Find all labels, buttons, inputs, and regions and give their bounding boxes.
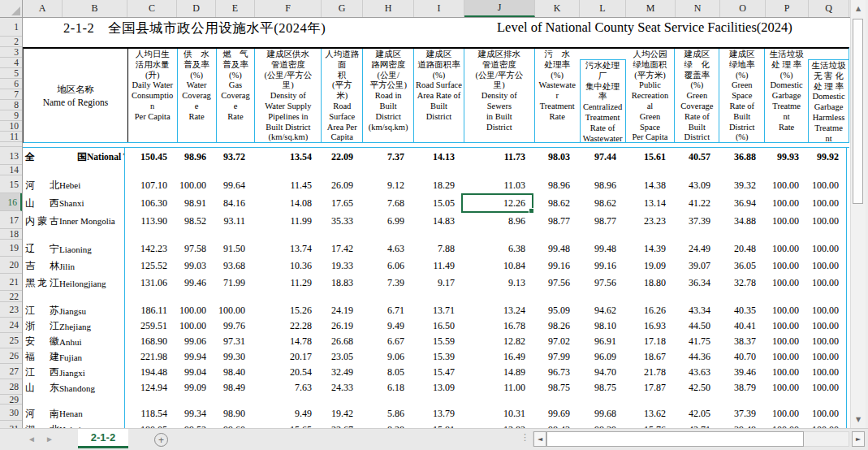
region-name-en[interactable]: Jiangsu xyxy=(59,303,125,318)
scroll-down-icon[interactable]: ▼ xyxy=(853,413,864,426)
cell-M31[interactable]: 15.76 xyxy=(624,422,673,428)
cell-C27[interactable]: 194.48 xyxy=(125,365,175,380)
row-header-5[interactable]: 5 xyxy=(0,68,22,79)
column-title-H[interactable]: 建成区 路网密度 (公里/ 平方公里) Road in Built Distri… xyxy=(363,49,414,142)
cell-L23[interactable]: 94.62 xyxy=(577,303,624,318)
cell-J28[interactable]: 11.00 xyxy=(462,380,533,396)
column-header-Q[interactable]: Q xyxy=(809,0,849,17)
region-name-zh[interactable]: 湖北 xyxy=(23,422,59,428)
row-header-3[interactable]: 3 xyxy=(0,47,22,58)
cell-K24[interactable]: 98.26 xyxy=(533,318,577,334)
cell-P16[interactable]: 100.00 xyxy=(763,194,806,212)
cell-L19[interactable]: 99.48 xyxy=(577,240,624,257)
region-name-en[interactable]: Inner Mongolia xyxy=(59,212,125,230)
cell-H24[interactable]: 9.49 xyxy=(361,318,412,334)
cell-G30[interactable]: 19.42 xyxy=(319,405,361,422)
cell-M30[interactable]: 13.62 xyxy=(624,405,673,422)
column-title-D[interactable]: 供 水 普及率 (%) Water Coverag e Rate xyxy=(178,49,217,142)
fill-handle[interactable] xyxy=(529,208,534,214)
region-name-zh[interactable]: 江西 xyxy=(23,365,59,380)
cell-K16[interactable]: 98.62 xyxy=(533,194,577,212)
cell-N20[interactable]: 39.07 xyxy=(673,257,718,275)
cell-C30[interactable]: 118.54 xyxy=(125,405,175,422)
cell-C16[interactable]: 106.30 xyxy=(125,194,175,212)
region-name-en[interactable]: Hebei xyxy=(59,176,125,194)
cell-M13[interactable]: 15.61 xyxy=(624,148,673,166)
cell-L31[interactable]: 98.39 xyxy=(577,422,624,428)
cell-O27[interactable]: 39.46 xyxy=(718,365,763,380)
cell-P25[interactable]: 100.00 xyxy=(763,334,806,349)
cell-L17[interactable]: 98.77 xyxy=(577,212,624,230)
cell-J23[interactable]: 13.24 xyxy=(462,303,533,318)
cell-F19[interactable]: 13.74 xyxy=(253,240,319,257)
cell-H13[interactable]: 7.37 xyxy=(361,148,412,166)
cell-E20[interactable]: 93.68 xyxy=(214,257,253,275)
cell-H23[interactable]: 6.71 xyxy=(361,303,412,318)
cell-O31[interactable]: 39.48 xyxy=(718,422,763,428)
cell-N26[interactable]: 44.36 xyxy=(673,349,718,365)
cell-F28[interactable]: 7.63 xyxy=(253,380,319,396)
cell-L16[interactable]: 98.62 xyxy=(577,194,624,212)
row-header-26[interactable]: 26 xyxy=(0,348,22,364)
cell-H26[interactable]: 9.06 xyxy=(361,349,412,365)
horizontal-scroll-thumb[interactable] xyxy=(546,431,804,447)
row-header-13[interactable]: 13 xyxy=(0,147,22,165)
cell-F21[interactable]: 11.29 xyxy=(253,275,319,292)
cell-K31[interactable]: 98.43 xyxy=(533,422,577,428)
row-header-20[interactable]: 20 xyxy=(0,257,22,274)
cell-F24[interactable]: 22.28 xyxy=(253,318,319,334)
select-all-corner[interactable] xyxy=(0,0,23,17)
cell-Q15[interactable]: 100.00 xyxy=(806,176,847,194)
column-title-P[interactable]: 生活垃圾 处 理 率 (%) Domestic Garbage Treatme … xyxy=(765,49,808,142)
cell-Q30[interactable]: 100.00 xyxy=(806,405,847,422)
cell-D28[interactable]: 99.09 xyxy=(175,380,214,396)
cell-P24[interactable]: 100.00 xyxy=(763,318,806,334)
row-header-8[interactable]: 8 xyxy=(0,100,22,110)
cell-I26[interactable]: 15.39 xyxy=(412,349,462,365)
cell-O30[interactable]: 37.39 xyxy=(718,405,763,422)
cell-F27[interactable]: 20.54 xyxy=(253,365,319,380)
cell-I19[interactable]: 7.88 xyxy=(412,240,462,257)
row-header-28[interactable]: 28 xyxy=(0,379,22,395)
cell-G15[interactable]: 26.09 xyxy=(319,176,361,194)
cell-J20[interactable]: 10.84 xyxy=(462,257,533,275)
column-header-K[interactable]: K xyxy=(535,0,580,17)
column-header-J[interactable]: J xyxy=(464,0,535,17)
cell-G16[interactable]: 17.65 xyxy=(319,194,361,212)
column-title-I[interactable]: 建成区 道路面积率 (%) Road Surface Area Rate of … xyxy=(414,49,464,142)
region-name-en[interactable]: Hubei xyxy=(59,422,125,428)
row-header-25[interactable]: 25 xyxy=(0,333,22,348)
column-header-A[interactable]: A xyxy=(23,0,63,17)
cell-M21[interactable]: 18.80 xyxy=(624,275,673,292)
cell-L21[interactable]: 97.56 xyxy=(577,275,624,292)
region-name-zh[interactable]: 内蒙古 xyxy=(23,212,59,230)
cell-D27[interactable]: 99.04 xyxy=(175,365,214,380)
cell-M15[interactable]: 14.38 xyxy=(624,176,673,194)
row-header-10[interactable]: 10 xyxy=(0,121,22,132)
cell-J17[interactable]: 8.96 xyxy=(462,212,533,230)
cell-J15[interactable]: 11.03 xyxy=(462,176,533,194)
cell-E24[interactable]: 99.76 xyxy=(214,318,253,334)
row-header-4[interactable]: 4 xyxy=(0,58,22,68)
region-name-zh[interactable]: 浙江 xyxy=(23,318,59,334)
cell-Q31[interactable]: 100.00 xyxy=(806,422,847,428)
cell-H30[interactable]: 5.86 xyxy=(361,405,412,422)
cell-G26[interactable]: 23.05 xyxy=(319,349,361,365)
row-header-1[interactable]: 1 xyxy=(0,18,22,37)
row-header-2[interactable]: 2 xyxy=(0,37,22,47)
cell-P30[interactable]: 100.00 xyxy=(763,405,806,422)
region-name-en[interactable]: Henan xyxy=(59,405,125,422)
cell-Q27[interactable]: 100.00 xyxy=(806,365,847,380)
cell-G27[interactable]: 32.49 xyxy=(319,365,361,380)
cell-J25[interactable]: 12.82 xyxy=(462,334,533,349)
cell-G31[interactable]: 22.67 xyxy=(319,422,361,428)
cell-Q25[interactable]: 100.00 xyxy=(806,334,847,349)
row-header-30[interactable]: 30 xyxy=(0,405,22,421)
cell-O23[interactable]: 40.35 xyxy=(718,303,763,318)
column-title-M[interactable]: 人均公园 绿地面积 (平方米) Public Recreation al Gre… xyxy=(626,49,676,142)
row-header-22[interactable]: 22 xyxy=(0,291,22,302)
cell-K30[interactable]: 99.69 xyxy=(533,405,577,422)
cell-N31[interactable]: 42.71 xyxy=(673,422,718,428)
cell-F26[interactable]: 20.17 xyxy=(253,349,319,365)
cell-J16[interactable]: 12.26 xyxy=(462,194,533,212)
